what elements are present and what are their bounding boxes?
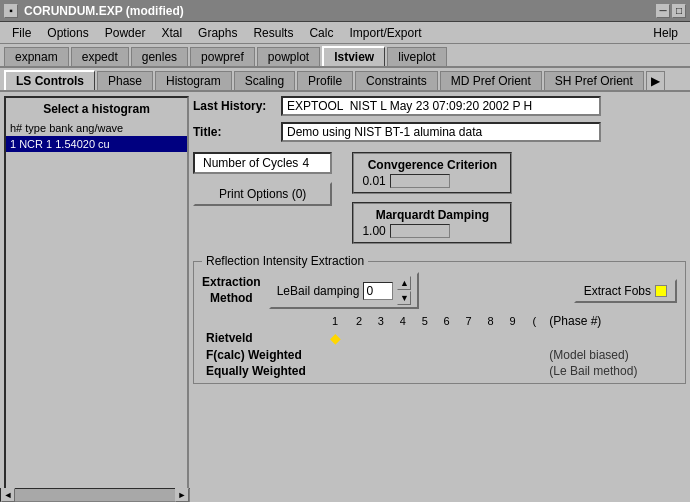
equally-radio-3[interactable]: ◇: [370, 363, 392, 379]
equally-radio-6[interactable]: ◇: [436, 363, 458, 379]
convergence-value: 0.01: [362, 174, 385, 188]
menu-xtal[interactable]: Xtal: [153, 24, 190, 42]
fcalc-radio-6[interactable]: ◇: [436, 347, 458, 363]
rietveld-radio-1[interactable]: ◆: [322, 329, 348, 347]
window-title: CORUNDUM.EXP (modified): [24, 4, 184, 18]
tab-expedt[interactable]: expedt: [71, 47, 129, 66]
title-input[interactable]: [281, 122, 601, 142]
tab-constraints[interactable]: Constraints: [355, 71, 438, 90]
fcalc-radio-5[interactable]: ◇: [414, 347, 436, 363]
fcalc-radio-9[interactable]: ◇: [501, 347, 523, 363]
menu-graphs[interactable]: Graphs: [190, 24, 245, 42]
scroll-track[interactable]: [15, 489, 175, 501]
equally-radio-10[interactable]: ◇: [523, 363, 545, 379]
scroll-right-button[interactable]: ►: [175, 488, 189, 502]
maximize-button[interactable]: □: [672, 4, 686, 18]
title-row: Title:: [193, 122, 686, 142]
fcalc-radio-7[interactable]: ◇: [458, 347, 480, 363]
tab-liveplot[interactable]: liveplot: [387, 47, 446, 66]
title-label: Title:: [193, 125, 273, 139]
tab-genles[interactable]: genles: [131, 47, 188, 66]
equally-radio-2[interactable]: ◇: [348, 363, 370, 379]
tab-expnam[interactable]: expnam: [4, 47, 69, 66]
equally-radio-4[interactable]: ◇: [392, 363, 414, 379]
menu-options[interactable]: Options: [39, 24, 96, 42]
menu-import-export[interactable]: Import/Export: [341, 24, 429, 42]
damping-slider[interactable]: [390, 224, 450, 238]
fcalc-radio-8[interactable]: ◇: [480, 347, 502, 363]
scroll-left-button[interactable]: ◄: [1, 488, 15, 502]
lebail-down-button[interactable]: ▼: [397, 291, 411, 305]
damping-value: 1.00: [362, 224, 385, 238]
equally-radio-5[interactable]: ◇: [414, 363, 436, 379]
tab-ls-controls[interactable]: LS Controls: [4, 70, 95, 90]
lebail-damping-label: LeBail damping: [277, 284, 360, 298]
tab-powplot[interactable]: powplot: [257, 47, 320, 66]
reflection-controls: ExtractionMethod LeBail damping ▲ ▼ Extr…: [202, 272, 677, 309]
menu-powder[interactable]: Powder: [97, 24, 154, 42]
last-history-input[interactable]: [281, 96, 601, 116]
rietveld-radio-7[interactable]: ◇: [458, 329, 480, 347]
tab-more[interactable]: ▶: [646, 71, 665, 90]
rietveld-radio-4[interactable]: ◇: [392, 329, 414, 347]
fcalc-radio-4[interactable]: ◇: [392, 347, 414, 363]
num-cycles-box: Number of Cycles: [193, 152, 332, 174]
left-controls: Number of Cycles Print Options (0): [193, 152, 332, 244]
rietveld-radio-9[interactable]: ◇: [501, 329, 523, 347]
num-cycles-label: Number of Cycles: [203, 156, 298, 170]
equally-radio-8[interactable]: ◇: [480, 363, 502, 379]
menu-results[interactable]: Results: [245, 24, 301, 42]
num-cycles-input[interactable]: [302, 156, 322, 170]
fcalc-radio-1[interactable]: ◇: [322, 347, 348, 363]
fcalc-radio-10[interactable]: ◇: [523, 347, 545, 363]
equally-radio-7[interactable]: ◇: [458, 363, 480, 379]
menu-help[interactable]: Help: [645, 24, 686, 42]
radio-table: 1 2 3 4 5 6 7 8 9 ( (Phase #) Rietveld ◆…: [202, 313, 677, 379]
controls-section: Number of Cycles Print Options (0) Convg…: [193, 148, 686, 248]
reflection-title: Reflection Intensity Extraction: [202, 254, 368, 268]
print-options-button[interactable]: Print Options (0): [193, 182, 332, 206]
main-content: Select a histogram h# type bank ang/wave…: [0, 92, 690, 498]
extract-fobs-indicator: [655, 285, 667, 297]
menu-calc[interactable]: Calc: [301, 24, 341, 42]
system-menu-button[interactable]: ▪: [4, 4, 18, 18]
lebail-damping-input[interactable]: [363, 282, 393, 300]
rietveld-radio-6[interactable]: ◇: [436, 329, 458, 347]
minimize-button[interactable]: ─: [656, 4, 670, 18]
fcalc-radio-3[interactable]: ◇: [370, 347, 392, 363]
rietveld-radio-8[interactable]: ◇: [480, 329, 502, 347]
rietveld-radio-10[interactable]: ◇: [523, 329, 545, 347]
tab-powpref[interactable]: powpref: [190, 47, 255, 66]
tab-histogram[interactable]: Histogram: [155, 71, 232, 90]
title-bar: ▪ CORUNDUM.EXP (modified) ─ □: [0, 0, 690, 22]
rietveld-radio-3[interactable]: ◇: [370, 329, 392, 347]
tab-sh-pref-orient[interactable]: SH Pref Orient: [544, 71, 644, 90]
col-header-4: 4: [392, 313, 414, 329]
rietveld-radio-5[interactable]: ◇: [414, 329, 436, 347]
equally-radio-9[interactable]: ◇: [501, 363, 523, 379]
lebail-up-button[interactable]: ▲: [397, 276, 411, 290]
col-header-6: 6: [436, 313, 458, 329]
tab-phase[interactable]: Phase: [97, 71, 153, 90]
rietveld-radio-2[interactable]: ◇: [348, 329, 370, 347]
tab-lstview[interactable]: lstview: [322, 46, 385, 66]
tab-profile[interactable]: Profile: [297, 71, 353, 90]
bottom-scrollbar: ◄ ►: [0, 488, 190, 502]
extract-fobs-button[interactable]: Extract Fobs: [574, 279, 677, 303]
equally-radio-1[interactable]: ◇: [322, 363, 348, 379]
radio-row-fcalc: F(calc) Weighted ◇ ◇ ◇ ◇ ◇ ◇ ◇ ◇ ◇ ◇ (Mo…: [202, 347, 677, 363]
col-header-5: 5: [414, 313, 436, 329]
convergence-value-row: 0.01: [362, 174, 502, 188]
histogram-header: h# type bank ang/wave: [6, 120, 187, 136]
tab-scaling[interactable]: Scaling: [234, 71, 295, 90]
col-header-9: 9: [501, 313, 523, 329]
right-controls: Convgerence Criterion 0.01 Marquardt Dam…: [352, 152, 512, 244]
fcalc-note: (Model biased): [545, 347, 677, 363]
menu-file[interactable]: File: [4, 24, 39, 42]
fcalc-label: F(calc) Weighted: [202, 347, 322, 363]
convergence-slider[interactable]: [390, 174, 450, 188]
tab-md-pref-orient[interactable]: MD Pref Orient: [440, 71, 542, 90]
tab-row-2: LS Controls Phase Histogram Scaling Prof…: [0, 68, 690, 92]
fcalc-radio-2[interactable]: ◇: [348, 347, 370, 363]
histogram-item[interactable]: 1 NCR 1 1.54020 cu: [6, 136, 187, 152]
